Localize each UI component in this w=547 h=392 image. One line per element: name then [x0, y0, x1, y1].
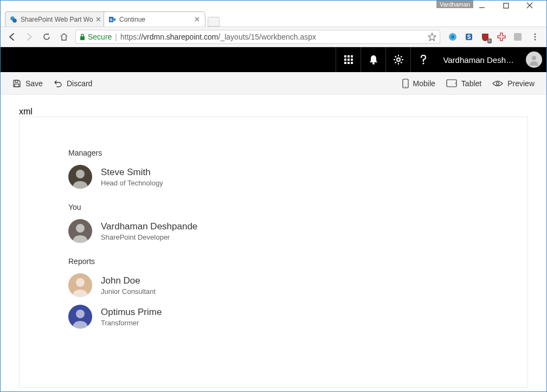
svg-rect-44 — [15, 84, 19, 87]
person-title: Junior Consultant — [101, 287, 156, 295]
browser-tab[interactable]: S Continue — [104, 11, 205, 27]
person-info: Steve Smith Head of Technology — [101, 166, 163, 187]
svg-rect-29 — [347, 62, 350, 64]
svg-line-39 — [401, 56, 402, 57]
secure-indicator: Secure — [79, 33, 112, 41]
person-name: Steve Smith — [101, 166, 163, 178]
notifications-button[interactable] — [361, 47, 385, 72]
webpart-card: Managers Steve Smith Head of Technology … — [19, 117, 528, 388]
svg-point-5 — [12, 18, 17, 23]
person-title: Transformer — [101, 319, 162, 327]
svg-line-38 — [401, 62, 402, 63]
tab-label: Continue — [119, 16, 194, 23]
svg-line-40 — [395, 62, 396, 63]
preview-label: Preview — [507, 79, 535, 88]
svg-rect-1 — [504, 3, 509, 8]
person-row[interactable]: Optimus Prime Transformer — [68, 305, 479, 329]
svg-point-50 — [76, 170, 85, 178]
undo-icon — [54, 79, 62, 88]
extension-icon[interactable] — [497, 32, 506, 42]
svg-rect-22 — [344, 55, 346, 57]
svg-line-37 — [395, 56, 396, 57]
svg-point-21 — [535, 39, 536, 41]
svg-text:S: S — [110, 17, 113, 22]
svg-point-19 — [535, 34, 536, 35]
person-avatar — [68, 273, 92, 297]
settings-button[interactable] — [385, 47, 410, 72]
person-name: Vardhaman Deshpande — [101, 221, 197, 233]
svg-rect-30 — [351, 62, 353, 64]
browser-tab[interactable]: SharePoint Web Part Wo — [5, 11, 107, 27]
extension-bar: S 5 — [446, 31, 541, 43]
close-window-button[interactable] — [520, 1, 539, 10]
svg-point-10 — [113, 18, 116, 21]
person-name: Optimus Prime — [101, 306, 162, 318]
address-bar[interactable]: Secure | https://vrdmn.sharepoint.com/_l… — [75, 30, 440, 44]
browser-tab-strip: SharePoint Web Part Wo S Continue — [1, 10, 546, 27]
svg-rect-13 — [80, 36, 85, 40]
app-launcher-button[interactable] — [336, 47, 361, 72]
person-info: John Doe Junior Consultant — [101, 275, 156, 295]
svg-point-53 — [76, 310, 85, 318]
save-label: Save — [25, 79, 43, 88]
extension-icon[interactable]: S — [464, 32, 474, 42]
forward-button[interactable] — [23, 31, 35, 43]
user-avatar[interactable] — [522, 47, 546, 72]
maximize-button[interactable] — [497, 1, 515, 10]
person-info: Optimus Prime Transformer — [101, 306, 162, 326]
svg-point-49 — [497, 82, 499, 85]
home-button[interactable] — [58, 31, 70, 43]
current-user-name[interactable]: Vardhaman Desh… — [435, 47, 522, 72]
url-text: https://vrdmn.sharepoint.com/_layouts/15… — [120, 33, 316, 41]
back-button[interactable] — [6, 31, 18, 43]
ublock-icon[interactable]: 5 — [480, 32, 490, 42]
help-button[interactable] — [410, 47, 435, 72]
url-separator: | — [115, 33, 117, 41]
person-title: SharePoint Developer — [101, 233, 197, 241]
section-heading: Managers — [68, 149, 479, 157]
badge-count: 5 — [487, 38, 492, 43]
new-tab-button[interactable] — [208, 17, 220, 27]
svg-point-52 — [76, 278, 85, 287]
workbench-command-bar: Save Discard Mobile Tablet Preview — [1, 72, 546, 95]
svg-point-46 — [405, 86, 406, 87]
discard-button[interactable]: Discard — [54, 79, 92, 88]
svg-rect-28 — [344, 62, 346, 64]
window-titlebar: Vardhaman — [1, 1, 546, 10]
person-row[interactable]: John Doe Junior Consultant — [68, 273, 479, 297]
svg-rect-18 — [514, 33, 522, 41]
tablet-view-button[interactable]: Tablet — [446, 79, 481, 88]
suite-nav-bar: Vardhaman Desh… — [1, 47, 546, 72]
svg-point-15 — [451, 35, 454, 38]
preview-button[interactable]: Preview — [492, 79, 535, 88]
person-title: Head of Technology — [101, 179, 163, 187]
window-controls — [473, 1, 546, 10]
sharepoint-icon: S — [108, 16, 116, 23]
chrome-menu-button[interactable] — [529, 31, 541, 43]
bookmark-star-icon[interactable] — [428, 33, 436, 41]
extension-icon[interactable] — [513, 32, 523, 42]
person-row[interactable]: Vardhaman Deshpande SharePoint Developer — [68, 219, 479, 243]
window-profile-badge: Vardhaman — [436, 1, 473, 8]
lock-icon — [79, 33, 86, 41]
close-tab-icon[interactable] — [194, 17, 201, 22]
secure-label: Secure — [88, 33, 112, 41]
close-tab-icon[interactable] — [95, 17, 102, 22]
minimize-button[interactable] — [473, 1, 491, 10]
svg-rect-43 — [15, 80, 18, 82]
tab-label: SharePoint Web Part Wo — [21, 16, 95, 23]
reload-button[interactable] — [41, 31, 53, 43]
extension-icon[interactable] — [448, 32, 458, 42]
svg-point-51 — [76, 224, 85, 233]
tablet-label: Tablet — [461, 79, 481, 88]
save-button[interactable]: Save — [12, 79, 43, 88]
mobile-view-button[interactable]: Mobile — [402, 79, 435, 88]
discard-label: Discard — [67, 79, 92, 88]
save-icon — [12, 79, 21, 88]
svg-point-20 — [535, 36, 536, 38]
svg-point-42 — [532, 56, 536, 60]
svg-point-41 — [422, 63, 424, 65]
preview-icon — [492, 80, 503, 87]
section-heading: You — [68, 203, 479, 211]
person-row[interactable]: Steve Smith Head of Technology — [68, 165, 479, 189]
